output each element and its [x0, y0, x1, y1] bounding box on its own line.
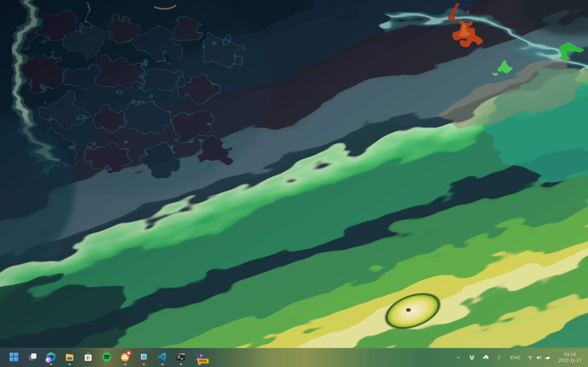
running-indicator — [180, 364, 182, 365]
taskbar-app-spotify[interactable] — [99, 349, 115, 367]
taskbar-app-buttons: PRE — [0, 348, 208, 367]
running-indicator — [143, 364, 145, 365]
desktop[interactable]: PRE — [0, 0, 588, 367]
desktop-wallpaper — [0, 0, 588, 367]
taskbar-app-edge[interactable] — [43, 349, 59, 367]
windows-start-icon — [9, 352, 19, 362]
onedrive-icon — [483, 355, 488, 360]
running-indicator — [161, 364, 164, 365]
taskbar: PRE — [0, 348, 588, 367]
running-indicator — [124, 364, 127, 365]
taskbar-app-discord[interactable] — [117, 349, 134, 367]
chevron-up-icon — [455, 355, 461, 360]
profile-avatar-image — [46, 358, 51, 363]
clock-time: 03:18 — [564, 352, 576, 357]
file-explorer-icon — [65, 352, 75, 362]
preview-badge: PRE — [198, 359, 209, 363]
taskbar-app-visual-studio-preview[interactable]: PRE — [191, 349, 208, 367]
taskbar-app-terminal[interactable] — [173, 349, 189, 367]
notepad-icon — [139, 352, 149, 362]
clock-button[interactable]: 03:18 2022-11-27 — [555, 350, 585, 365]
battery-charging-icon — [545, 355, 550, 360]
discord-notification-badge — [126, 350, 131, 356]
tray-onedrive-button[interactable] — [481, 350, 490, 365]
wallpaper-art — [0, 0, 588, 367]
microsoft-store-icon — [83, 352, 93, 362]
tray-chevron-button[interactable] — [454, 350, 463, 365]
running-indicator — [68, 364, 71, 365]
wifi-icon — [527, 355, 533, 360]
tray-microphone-button[interactable] — [494, 350, 504, 365]
dropbox-icon — [469, 355, 475, 360]
taskbar-app-vscode[interactable] — [154, 349, 170, 367]
taskbar-start-button[interactable] — [6, 349, 22, 367]
edge-profile-avatar — [46, 358, 51, 363]
taskbar-app-file-explorer[interactable] — [61, 349, 78, 367]
terminal-icon — [176, 352, 186, 362]
spotify-icon — [102, 352, 112, 362]
taskbar-app-notepad[interactable] — [136, 349, 152, 367]
running-indicator — [198, 364, 201, 365]
language-indicator[interactable]: ENG — [508, 350, 523, 365]
clock-date: 2022-11-27 — [558, 358, 581, 363]
task-view-icon — [28, 352, 37, 362]
vscode-icon — [157, 352, 167, 362]
taskbar-app-microsoft-store[interactable] — [80, 349, 96, 367]
running-indicator — [50, 364, 52, 365]
microphone-icon — [496, 355, 502, 360]
system-tray: ENG — [454, 348, 588, 367]
tray-dropbox-button[interactable] — [467, 350, 477, 365]
quick-settings-button[interactable] — [526, 350, 552, 365]
volume-icon — [536, 355, 542, 360]
taskbar-task-view-button[interactable] — [24, 349, 41, 367]
